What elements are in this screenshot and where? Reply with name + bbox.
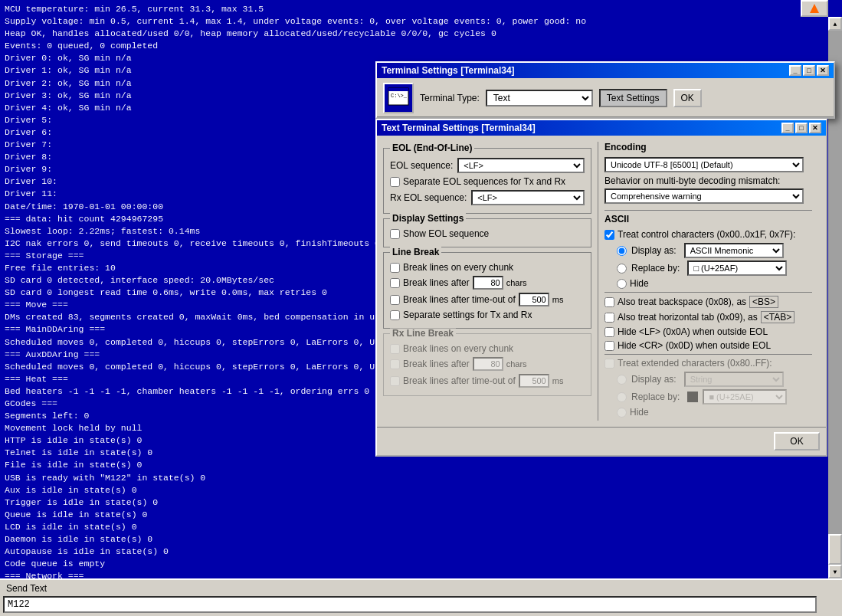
ok-button[interactable]: OK <box>774 432 820 451</box>
break-after-checkbox[interactable] <box>390 278 400 288</box>
eol-sequence-row: EOL sequence: <LF> <box>390 158 585 173</box>
rx-eol-combo[interactable]: <LF> <box>471 190 585 205</box>
replace-by-row: Replace by: □ (U+25AF) <box>617 260 812 276</box>
display-as2-combo[interactable]: String <box>684 372 784 387</box>
replace-by2-combo[interactable]: ■ (U+25AE) <box>703 389 787 405</box>
backspace-checkbox[interactable] <box>604 297 614 307</box>
left-panel: EOL (End-Of-Line) EOL sequence: <LF> Sep… <box>383 142 598 421</box>
separator-3 <box>604 354 812 355</box>
terminal-type-row: C:\>_ Terminal Type: Text Text Settings … <box>377 78 834 117</box>
rx-eol-label: Rx EOL sequence: <box>390 192 467 203</box>
separator-2 <box>604 292 812 293</box>
display-as-combo[interactable]: ASCII Mnemonic <box>684 243 784 258</box>
separate-tx-rx-label: Separate settings for Tx and Rx <box>403 310 532 320</box>
eol-section: EOL (End-Of-Line) EOL sequence: <LF> Sep… <box>383 148 591 214</box>
terminal-line: Supply voltage: min 0.5, current 1.4, ma… <box>5 15 837 28</box>
hide-lf-label: Hide <LF> (0x0A) when outside EOL <box>618 326 768 337</box>
separate-eol-row: Separate EOL sequences for Tx and Rx <box>390 176 585 187</box>
rx-break-timeout-input[interactable] <box>519 374 549 388</box>
scroll-up-button[interactable]: ▲ <box>828 17 842 31</box>
break-timeout-label: Break lines after time-out of <box>403 294 516 305</box>
terminal-type-combo[interactable]: Text <box>486 90 593 106</box>
replace-by-combo[interactable]: □ (U+25AF) <box>687 260 787 276</box>
hide-lf-checkbox[interactable] <box>604 327 614 337</box>
text-settings-button[interactable]: Text Settings <box>599 89 667 107</box>
break-timeout-checkbox[interactable] <box>390 295 400 305</box>
terminal-icon: C:\>_ <box>383 83 414 113</box>
break-every-chunk-label: Break lines on every chunk <box>403 262 513 273</box>
rx-break-every-chunk-row: Break lines on every chunk <box>390 343 585 354</box>
inner-close-button[interactable]: ✕ <box>809 123 821 133</box>
treat-control-label: Treat control characters (0x00..0x1F, 0x… <box>618 229 795 240</box>
treat-extended-row: Treat extended characters (0x80..FF): <box>604 358 812 369</box>
inner-maximize-button[interactable]: □ <box>795 123 808 133</box>
inner-content: EOL (End-Of-Line) EOL sequence: <LF> Sep… <box>377 136 826 427</box>
break-timeout-input[interactable] <box>519 293 549 306</box>
ascii-section: ASCII Treat control characters (0x00..0x… <box>604 214 812 418</box>
backspace-label: Also treat backspace (0x08), as <box>618 297 746 307</box>
treat-extended-checkbox[interactable] <box>604 359 614 369</box>
minimize-button[interactable]: _ <box>789 65 801 76</box>
separate-tx-rx-checkbox[interactable] <box>390 310 400 320</box>
scrollbar-thumb[interactable] <box>828 534 842 565</box>
inner-minimize-button[interactable]: _ <box>781 123 794 133</box>
terminal-line: === Network === <box>5 570 837 578</box>
hide-cr-checkbox[interactable] <box>604 341 614 351</box>
separator-1 <box>604 210 812 211</box>
treat-control-checkbox[interactable] <box>604 230 614 240</box>
ascii-title: ASCII <box>604 214 812 224</box>
rx-break-after-input[interactable] <box>473 357 503 371</box>
tab-checkbox[interactable] <box>604 313 614 323</box>
scroll-top-button[interactable] <box>801 0 828 17</box>
replace-by2-color-box <box>687 392 698 402</box>
eol-sequence-label: EOL sequence: <box>390 160 453 171</box>
hide2-radio[interactable] <box>617 408 627 418</box>
tab-label: Also treat horizontal tab (0x09), as <box>618 312 758 323</box>
display-as2-radio[interactable] <box>617 375 627 385</box>
terminal-line: Trigger is idle in state(s) 0 <box>5 496 837 509</box>
show-eol-row: Show EOL sequence <box>390 228 585 239</box>
terminal-line: Autopause is idle in state(s) 0 <box>5 546 837 558</box>
treat-extended-label: Treat extended characters (0x80..FF): <box>618 358 772 369</box>
encoding-combo[interactable]: Unicode UTF-8 [65001] (Default) <box>604 157 804 172</box>
rx-break-every-chunk-checkbox[interactable] <box>390 344 400 354</box>
replace-by2-radio[interactable] <box>617 392 627 402</box>
rx-break-timeout-label: Break lines after time-out of <box>403 375 516 386</box>
break-after-unit: chars <box>506 278 528 287</box>
send-text-input[interactable] <box>3 596 817 613</box>
text-terminal-settings-title: Text Terminal Settings [Terminal34] <box>382 123 536 133</box>
terminal-type-label: Terminal Type: <box>420 93 480 103</box>
backspace-value: <BS> <box>749 296 778 308</box>
rx-break-after-checkbox[interactable] <box>390 359 400 369</box>
rx-break-timeout-checkbox[interactable] <box>390 376 400 386</box>
mismatch-combo[interactable]: Comprehensive warning <box>604 188 804 204</box>
rx-break-after-unit: chars <box>506 359 528 369</box>
text-terminal-settings-dialog: Text Terminal Settings [Terminal34] _ □ … <box>375 119 827 457</box>
inner-title-bar-controls: _ □ ✕ <box>781 123 821 133</box>
terminal-line: Daemon is idle in state(s) 0 <box>5 533 837 546</box>
svg-rect-2 <box>388 88 408 91</box>
rx-break-every-chunk-label: Break lines on every chunk <box>403 343 513 354</box>
text-terminal-settings-title-bar: Text Terminal Settings [Terminal34] _ □ … <box>377 120 826 136</box>
show-eol-checkbox[interactable] <box>390 229 400 239</box>
line-break-title: Line Break <box>390 247 441 257</box>
display-as-radio[interactable] <box>617 246 627 256</box>
scroll-down-button[interactable]: ▼ <box>828 565 842 578</box>
ok-top-button[interactable]: OK <box>673 89 702 107</box>
display-as-label: Display as: <box>631 245 677 256</box>
hide-label: Hide <box>630 278 649 289</box>
break-after-input[interactable] <box>473 276 503 290</box>
hide-radio[interactable] <box>617 279 627 289</box>
replace-by-radio[interactable] <box>617 264 627 274</box>
terminal-settings-title: Terminal Settings [Terminal34] <box>382 65 515 76</box>
separate-eol-checkbox[interactable] <box>390 177 400 187</box>
send-text-bar: Send Text <box>0 578 842 616</box>
hide-cr-label: Hide <CR> (0x0D) when outside EOL <box>618 340 771 351</box>
rx-eol-row: Rx EOL sequence: <LF> <box>390 190 585 205</box>
eol-sequence-combo[interactable]: <LF> <box>457 158 585 173</box>
hide-cr-row: Hide <CR> (0x0D) when outside EOL <box>604 340 812 351</box>
rx-line-break-section: Rx Line Break Break lines on every chunk… <box>383 333 591 396</box>
break-every-chunk-checkbox[interactable] <box>390 263 400 273</box>
maximize-button[interactable]: □ <box>803 65 815 76</box>
close-button[interactable]: ✕ <box>817 65 829 76</box>
